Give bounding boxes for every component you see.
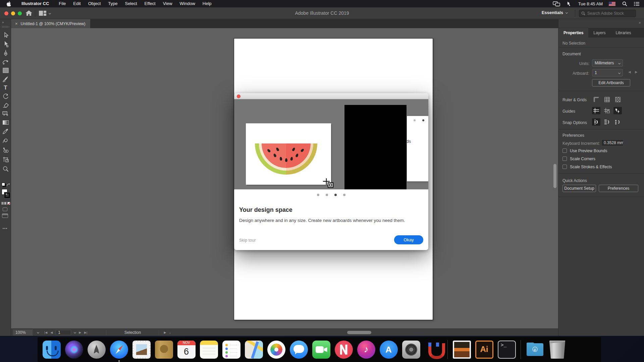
tab-layers[interactable]: Layers xyxy=(588,28,610,38)
none-mode-button[interactable] xyxy=(7,202,10,205)
curvature-tool[interactable] xyxy=(1,57,10,66)
menu-item-help[interactable]: Help xyxy=(199,0,215,7)
lock-guides-button[interactable] xyxy=(603,107,611,114)
preferences-button[interactable]: Preferences xyxy=(599,185,638,192)
eraser-tool[interactable] xyxy=(1,101,10,109)
swap-fill-stroke-icon[interactable] xyxy=(7,182,10,188)
first-artboard-icon[interactable]: |◀ xyxy=(44,331,47,334)
collapse-panel-icon[interactable]: » xyxy=(639,21,641,24)
status-expand-icon[interactable]: ▶ xyxy=(164,331,166,334)
eyedropper-tool[interactable] xyxy=(1,127,10,135)
type-tool[interactable]: T xyxy=(1,83,10,92)
zoom-tool[interactable] xyxy=(1,165,10,173)
show-grid-button[interactable] xyxy=(603,96,611,103)
workspace-switcher[interactable]: Essentials xyxy=(542,10,568,15)
page-dot-2[interactable] xyxy=(326,194,328,196)
pen-tool[interactable] xyxy=(1,49,10,57)
units-dropdown[interactable]: Millimeters xyxy=(592,59,623,67)
dialog-title-bar[interactable] xyxy=(234,93,428,99)
arrange-documents-button[interactable] xyxy=(39,11,51,16)
show-transparency-grid-button[interactable] xyxy=(613,96,622,103)
menu-item-window[interactable]: Window xyxy=(176,0,199,7)
previous-artboard-icon[interactable]: ◀ xyxy=(628,70,631,74)
previous-artboard-icon[interactable]: ◀ xyxy=(50,331,53,334)
snap-to-grid-button[interactable] xyxy=(603,118,611,126)
skip-tour-link[interactable]: Skip tour xyxy=(239,238,256,243)
page-dot-1[interactable] xyxy=(317,194,319,196)
page-dot-4[interactable] xyxy=(343,194,345,196)
apple-menu-icon[interactable] xyxy=(6,1,11,6)
close-tab-icon[interactable]: × xyxy=(15,21,18,26)
stroke-swatch[interactable] xyxy=(4,192,10,198)
menu-item-select[interactable]: Select xyxy=(121,0,141,7)
page-dot-3-active[interactable] xyxy=(334,194,337,196)
artboard-dropdown[interactable]: 1 xyxy=(592,69,623,76)
next-artboard-icon[interactable]: ▶ xyxy=(79,331,81,334)
dock-reminders-icon[interactable] xyxy=(222,341,240,359)
menu-item-object[interactable]: Object xyxy=(85,0,105,7)
show-guides-button[interactable] xyxy=(592,107,600,114)
tab-properties[interactable]: Properties xyxy=(558,28,588,38)
zoom-window-button[interactable] xyxy=(18,11,22,15)
zoom-level-field[interactable]: 100% xyxy=(13,329,33,336)
gradient-tool[interactable] xyxy=(1,118,10,127)
dock-wallpaper-file-icon[interactable] xyxy=(453,341,471,359)
color-mode-button[interactable] xyxy=(1,202,4,205)
scale-corners-checkbox[interactable] xyxy=(562,157,567,161)
adobe-stock-search-input[interactable]: Search Adobe Stock xyxy=(579,10,636,17)
dock-facetime-icon[interactable] xyxy=(312,341,330,359)
snap-to-pixel-button[interactable] xyxy=(613,118,622,126)
menu-clock[interactable]: Tue 8:45 AM xyxy=(578,1,603,6)
show-rulers-button[interactable] xyxy=(592,96,600,103)
screen-mode-button[interactable] xyxy=(2,214,8,218)
close-window-button[interactable] xyxy=(4,11,8,15)
tablet-driver-icon[interactable] xyxy=(567,1,572,6)
horizontal-scrollbar-thumb[interactable] xyxy=(347,331,371,334)
vertical-scrollbar[interactable] xyxy=(553,164,556,188)
edit-artboards-button[interactable]: Edit Artboards xyxy=(592,79,630,86)
okay-button[interactable]: Okay xyxy=(394,235,423,244)
selection-tool[interactable] xyxy=(1,31,10,40)
dock-notes-icon[interactable] xyxy=(200,341,218,359)
last-artboard-icon[interactable]: ▶| xyxy=(84,331,87,334)
dock-magnet-icon[interactable] xyxy=(425,341,443,359)
drawing-mode-button[interactable] xyxy=(3,207,7,211)
rectangle-tool[interactable] xyxy=(1,66,10,74)
displays-icon[interactable] xyxy=(553,1,560,6)
comment-tool[interactable] xyxy=(1,110,10,118)
direct-selection-tool[interactable] xyxy=(1,40,10,48)
dock-messages-icon[interactable] xyxy=(290,341,308,359)
default-fill-stroke-icon[interactable] xyxy=(2,183,5,186)
current-tool-indicator[interactable]: Selection xyxy=(106,330,159,335)
home-icon[interactable] xyxy=(25,10,32,17)
dock-terminal-icon[interactable]: >_ xyxy=(498,341,516,359)
canvas-area[interactable]: Create new artboards Your design space D… xyxy=(11,28,558,328)
scale-strokes-effects-checkbox[interactable] xyxy=(562,165,567,169)
document-tab[interactable]: × Untitled-1 @ 100% (CMYK/Preview) xyxy=(11,19,90,28)
menu-item-effect[interactable]: Effect xyxy=(141,0,159,7)
minimize-window-button[interactable] xyxy=(11,11,15,15)
dock-launchpad-icon[interactable] xyxy=(88,341,106,359)
expand-panel-icon[interactable]: » xyxy=(2,20,4,24)
menu-item-file[interactable]: File xyxy=(55,0,69,7)
document-setup-button[interactable]: Document Setup xyxy=(562,185,596,192)
dock-illustrator-icon[interactable]: Ai xyxy=(475,341,493,359)
dock-mail-icon[interactable] xyxy=(132,341,151,359)
dock-maps-icon[interactable] xyxy=(245,341,263,359)
dock-itunes-icon[interactable] xyxy=(357,341,375,359)
paintbrush-tool[interactable] xyxy=(1,75,10,83)
dialog-close-button[interactable] xyxy=(237,95,240,98)
spotlight-search-icon[interactable] xyxy=(622,1,627,6)
width-tool[interactable] xyxy=(1,136,10,145)
horizontal-scrollbar[interactable]: ‹ xyxy=(169,330,558,335)
zoom-dropdown-icon[interactable] xyxy=(37,331,39,334)
dock-finder-icon[interactable] xyxy=(43,341,61,359)
use-preview-bounds-checkbox[interactable] xyxy=(562,148,567,153)
edit-toolbar-button[interactable] xyxy=(3,224,9,226)
dock-calendar-icon[interactable]: NOV 6 xyxy=(177,341,196,359)
menu-item-illustrator[interactable]: Illustrator CC xyxy=(18,0,55,7)
notification-center-icon[interactable] xyxy=(634,2,639,6)
dock-siri-icon[interactable] xyxy=(65,341,83,359)
artboard-dropdown-icon[interactable] xyxy=(74,331,76,334)
rotate-tool[interactable] xyxy=(1,92,10,101)
